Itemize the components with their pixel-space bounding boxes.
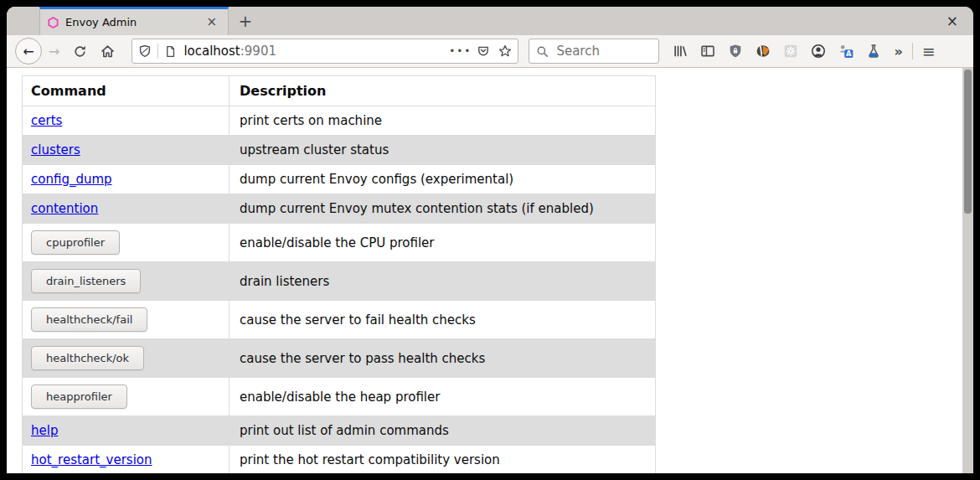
translate-badge: A — [846, 49, 852, 58]
table-row: drain_listenersdrain listeners — [23, 262, 656, 301]
menu-button[interactable]: ≡ — [922, 42, 936, 60]
command-cell: cpuprofiler — [23, 224, 230, 262]
tab-close-icon[interactable]: × — [203, 14, 220, 30]
url-host: localhost — [183, 44, 240, 59]
command-cell: drain_listeners — [23, 262, 230, 301]
page-content: Command Description certsprint certs on … — [7, 68, 973, 473]
home-button[interactable] — [101, 44, 115, 59]
reload-button[interactable] — [73, 44, 87, 59]
translate-icon[interactable]: A — [838, 44, 854, 59]
table-row: certsprint certs on machine — [23, 106, 656, 136]
tab-bar-fill — [262, 7, 931, 35]
command-cell: heapprofiler — [23, 378, 230, 416]
page-actions-icon[interactable]: ••• — [449, 45, 472, 57]
command-column-header: Command — [23, 76, 230, 106]
page-icon[interactable] — [164, 45, 177, 58]
url-port: :9901 — [240, 44, 276, 59]
command-cell: healthcheck/ok — [23, 339, 230, 378]
navigation-toolbar: ← → localhost:9901 ••• — [7, 35, 973, 68]
table-row: cpuprofilerenable/disable the CPU profil… — [23, 224, 656, 262]
url-text[interactable]: localhost:9901 — [183, 44, 276, 59]
tracking-protection-shield-icon[interactable] — [138, 44, 152, 58]
flask-icon[interactable] — [866, 44, 881, 59]
admin-commands-table: Command Description certsprint certs on … — [22, 75, 656, 473]
description-cell: print the hot restart compatibility vers… — [230, 446, 656, 474]
search-box[interactable]: Search — [529, 39, 659, 64]
command-table-body: certsprint certs on machineclustersupstr… — [23, 106, 656, 474]
command-button[interactable]: healthcheck/fail — [31, 307, 147, 332]
description-cell: enable/disable the CPU profiler — [230, 224, 656, 262]
description-cell: cause the server to fail health checks — [230, 301, 656, 339]
toolbar-separator — [912, 43, 913, 59]
command-button[interactable]: cpuprofiler — [31, 230, 120, 255]
tab-bar: Envoy Admin × + × — [7, 7, 973, 35]
table-row: helpprint out list of admin commands — [23, 416, 656, 446]
description-cell: enable/disable the heap profiler — [230, 378, 656, 416]
sidebar-icon[interactable] — [700, 44, 715, 59]
description-column-header: Description — [230, 76, 656, 106]
table-row: healthcheck/okcause the server to pass h… — [23, 339, 656, 378]
command-cell: healthcheck/fail — [23, 301, 230, 339]
home-icon — [101, 44, 115, 59]
overflow-chevron-icon[interactable]: » — [894, 44, 902, 59]
table-row: heapprofilerenable/disable the heap prof… — [23, 378, 656, 416]
command-link[interactable]: help — [31, 423, 58, 438]
command-cell: help — [23, 416, 230, 446]
shield-lock-icon[interactable] — [728, 44, 743, 59]
forward-button[interactable]: → — [49, 44, 59, 59]
tab-bar-spacer — [7, 7, 39, 35]
library-icon[interactable] — [673, 44, 688, 59]
table-row: healthcheck/failcause the server to fail… — [23, 301, 656, 339]
table-row: config_dumpdump current Envoy configs (e… — [23, 165, 656, 194]
pocket-icon[interactable] — [477, 44, 490, 58]
reload-icon — [73, 44, 87, 59]
toolbar-icons: A » — [673, 44, 902, 59]
command-button[interactable]: heapprofiler — [31, 385, 127, 409]
command-link[interactable]: hot_restart_version — [31, 452, 152, 467]
browser-window: Envoy Admin × + × ← → — [7, 7, 973, 473]
command-cell: contention — [23, 194, 230, 224]
description-cell: print out list of admin commands — [230, 416, 656, 446]
extension-icon[interactable] — [783, 44, 798, 59]
command-cell: certs — [23, 106, 230, 136]
command-link[interactable]: clusters — [31, 142, 80, 157]
urlbar-separator — [157, 44, 158, 59]
command-link[interactable]: contention — [31, 201, 98, 216]
description-cell: dump current Envoy configs (experimental… — [230, 165, 656, 194]
search-icon — [536, 45, 549, 58]
vertical-scrollbar[interactable] — [962, 68, 973, 473]
window-close-button[interactable]: × — [931, 7, 973, 35]
description-cell: print certs on machine — [230, 106, 656, 136]
table-row: clustersupstream cluster status — [23, 136, 656, 165]
envoy-admin-page: Command Description certsprint certs on … — [7, 68, 962, 473]
command-link[interactable]: config_dump — [31, 172, 112, 187]
search-placeholder: Search — [556, 44, 600, 59]
command-link[interactable]: certs — [31, 113, 62, 128]
new-tab-button[interactable]: + — [229, 7, 262, 35]
command-button[interactable]: drain_listeners — [31, 269, 141, 293]
description-cell: dump current Envoy mutex contention stat… — [230, 194, 656, 224]
command-cell: clusters — [23, 136, 230, 165]
privacy-badger-icon[interactable] — [756, 44, 771, 59]
account-icon[interactable] — [811, 44, 826, 59]
description-cell: upstream cluster status — [230, 136, 656, 165]
description-cell: cause the server to pass health checks — [230, 339, 656, 378]
scrollbar-thumb[interactable] — [964, 70, 972, 214]
bookmark-star-icon[interactable] — [498, 44, 512, 58]
table-header-row: Command Description — [23, 76, 656, 106]
back-button[interactable]: ← — [15, 38, 42, 65]
table-row: contentiondump current Envoy mutex conte… — [23, 194, 656, 224]
command-cell: hot_restart_version — [23, 446, 230, 474]
tab-envoy-admin[interactable]: Envoy Admin × — [39, 7, 229, 35]
command-button[interactable]: healthcheck/ok — [31, 346, 144, 370]
tab-title: Envoy Admin — [65, 16, 203, 28]
table-row: hot_restart_versionprint the hot restart… — [23, 446, 656, 474]
url-bar[interactable]: localhost:9901 ••• — [132, 39, 518, 64]
envoy-hexagon-icon — [48, 17, 59, 28]
command-cell: config_dump — [23, 165, 230, 194]
description-cell: drain listeners — [230, 262, 656, 301]
